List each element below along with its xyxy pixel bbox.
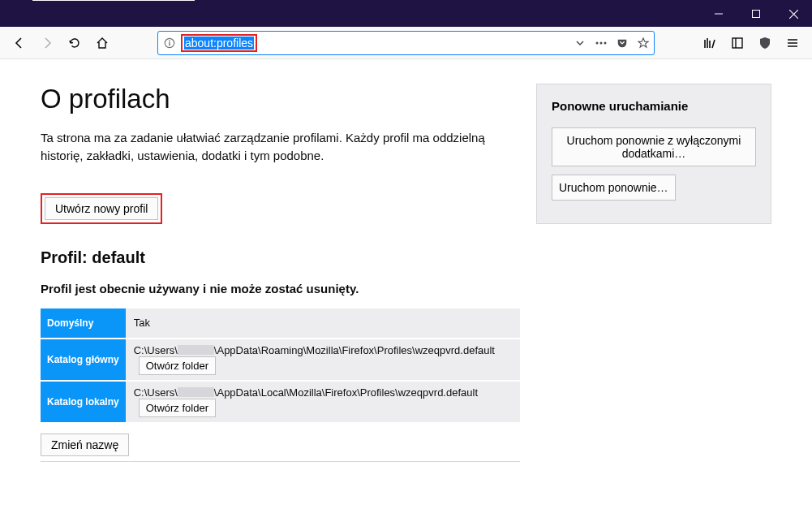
table-row: Domyślny Tak (41, 308, 520, 338)
maximize-button[interactable] (737, 1, 775, 27)
url-highlight: about:profiles (181, 34, 257, 52)
profile-status: Profil jest obecnie używany i nie może z… (41, 282, 520, 296)
browser-tab[interactable]: O profilach (32, 0, 195, 1)
restart-addons-disabled-button[interactable]: Uruchom ponownie z wyłączonymi dodatkami… (552, 127, 756, 166)
close-window-button[interactable] (775, 1, 812, 27)
open-folder-button[interactable]: Otwórz folder (139, 399, 216, 417)
new-tab-button[interactable] (195, 0, 221, 1)
sidebar-heading: Ponowne uruchamianie (552, 99, 756, 113)
create-profile-highlight: Utwórz nowy profil (41, 193, 162, 224)
restart-sidebar: Ponowne uruchamianie Uruchom ponownie z … (536, 84, 771, 224)
row-value: C:\Users\\AppData\Local\Mozilla\Firefox\… (126, 382, 520, 422)
forward-button[interactable] (34, 30, 60, 56)
back-button[interactable] (6, 30, 32, 56)
redacted-username (178, 387, 214, 397)
url-bar[interactable]: about:profiles (157, 31, 655, 55)
navigation-toolbar: about:profiles (0, 27, 812, 59)
svg-point-7 (600, 41, 603, 44)
profile-heading: Profil: default (41, 248, 520, 267)
svg-rect-9 (733, 38, 742, 48)
dropdown-icon[interactable] (569, 39, 591, 47)
row-value: Tak (126, 308, 520, 338)
row-label: Katalog główny (41, 339, 126, 380)
svg-point-8 (604, 41, 607, 44)
profile-table: Domyślny Tak Katalog główny C:\Users\\Ap… (41, 307, 520, 424)
svg-point-4 (169, 40, 170, 41)
svg-point-6 (596, 41, 599, 44)
main-content: O profilach Ta strona ma za zadanie ułat… (41, 84, 520, 462)
shield-icon[interactable] (752, 30, 778, 56)
library-icon[interactable] (697, 30, 723, 56)
window-titlebar (0, 1, 812, 27)
row-label: Domyślny (41, 308, 126, 338)
home-button[interactable] (89, 30, 115, 56)
svg-rect-2 (753, 11, 760, 18)
page-actions-icon[interactable] (591, 41, 612, 45)
divider (41, 461, 520, 462)
menu-icon[interactable] (780, 30, 806, 56)
redacted-username (178, 345, 214, 355)
page-description: Ta strona ma za zadanie ułatwiać zarządz… (41, 129, 511, 165)
info-icon[interactable] (158, 37, 181, 49)
rename-button[interactable]: Zmień nazwę (41, 434, 129, 456)
table-row: Katalog główny C:\Users\\AppData\Roaming… (41, 339, 520, 380)
restart-button[interactable]: Uruchom ponownie… (552, 175, 676, 201)
bookmark-star-icon[interactable] (633, 37, 654, 49)
minimize-button[interactable] (700, 1, 737, 27)
pocket-icon[interactable] (612, 37, 633, 49)
table-row: Katalog lokalny C:\Users\\AppData\Local\… (41, 382, 520, 422)
open-folder-button[interactable]: Otwórz folder (139, 356, 216, 375)
create-profile-button[interactable]: Utwórz nowy profil (45, 197, 158, 220)
page-title: O profilach (41, 84, 520, 114)
svg-rect-5 (169, 42, 170, 45)
row-value: C:\Users\\AppData\Roaming\Mozilla\Firefo… (126, 339, 520, 380)
reload-button[interactable] (62, 30, 88, 56)
sidebar-icon[interactable] (724, 30, 750, 56)
row-label: Katalog lokalny (41, 382, 126, 422)
url-text: about:profiles (184, 37, 254, 50)
